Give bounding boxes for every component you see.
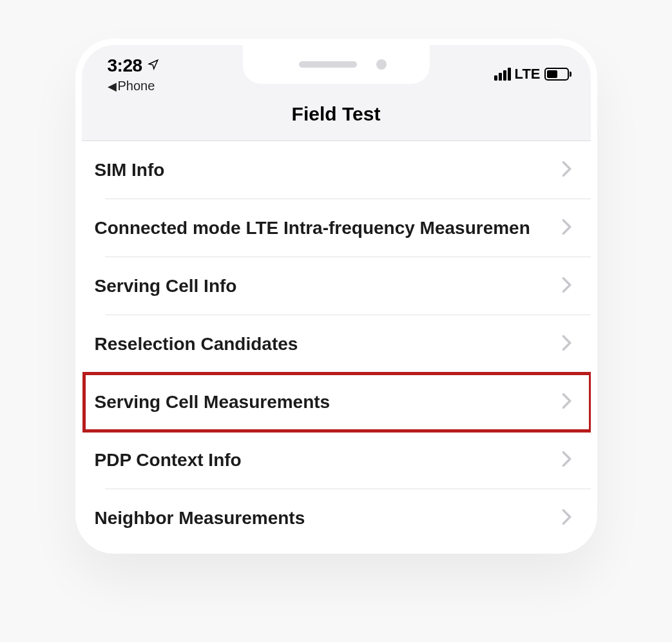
back-triangle-icon: ◀ <box>108 79 117 93</box>
list-item-label: Connected mode LTE Intra-frequency Measu… <box>95 218 530 238</box>
list-item-label: PDP Context Info <box>95 450 242 471</box>
back-label: Phone <box>118 79 155 93</box>
chevron-right-icon <box>562 509 571 527</box>
location-services-icon <box>148 59 159 73</box>
chevron-right-icon <box>562 277 571 295</box>
list-item-label: Neighbor Measurements <box>95 508 305 529</box>
list-item-connected-mode-lte[interactable]: Connected mode LTE Intra-frequency Measu… <box>82 199 591 257</box>
cellular-signal-icon <box>494 68 511 81</box>
status-left: 3:28 ◀ Phone <box>108 55 159 93</box>
list-item-reselection-candidates[interactable]: Reselection Candidates <box>82 315 591 373</box>
list-item-pdp-context-info[interactable]: PDP Context Info <box>82 431 591 489</box>
list-item-serving-cell-measurements[interactable]: Serving Cell Measurements <box>82 373 591 431</box>
list-item-label: Serving Cell Info <box>95 276 237 297</box>
list-item-neighbor-measurements[interactable]: Neighbor Measurements <box>82 489 591 547</box>
time-row: 3:28 <box>108 55 159 76</box>
list-item-label: Reselection Candidates <box>95 334 298 355</box>
chevron-right-icon <box>562 161 571 179</box>
chevron-right-icon <box>562 219 571 237</box>
notch-camera <box>376 59 387 70</box>
battery-icon <box>544 68 571 81</box>
menu-list: SIM Info Connected mode LTE Intra-freque… <box>82 141 591 547</box>
network-type: LTE <box>515 66 541 83</box>
page-title: Field Test <box>82 97 591 141</box>
list-item-sim-info[interactable]: SIM Info <box>82 141 591 199</box>
chevron-right-icon <box>562 393 571 411</box>
list-item-label: SIM Info <box>95 160 165 180</box>
status-right: LTE <box>494 55 571 83</box>
chevron-right-icon <box>562 451 571 469</box>
back-to-app-button[interactable]: ◀ Phone <box>108 79 159 93</box>
phone-frame: 3:28 ◀ Phone <box>75 39 597 554</box>
device-notch <box>243 45 430 84</box>
list-item-serving-cell-info[interactable]: Serving Cell Info <box>82 257 591 315</box>
notch-speaker <box>299 61 357 68</box>
phone-screen: 3:28 ◀ Phone <box>82 45 591 547</box>
chevron-right-icon <box>562 335 571 353</box>
list-item-label: Serving Cell Measurements <box>95 392 331 413</box>
status-time: 3:28 <box>108 55 142 76</box>
